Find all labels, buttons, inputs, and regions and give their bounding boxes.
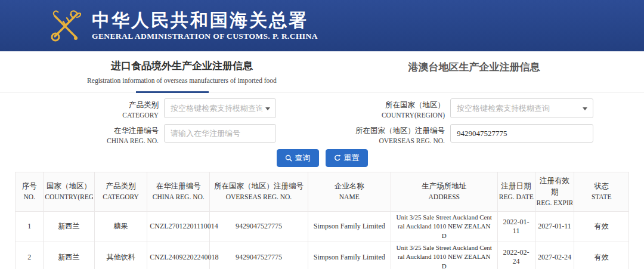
china-reg-no-label: 在华注册编号 CHINA REG. NO. (89, 124, 164, 146)
country-select[interactable]: 按空格键检索支持模糊查询 (450, 98, 593, 118)
site-title: 中华人民共和国海关总署 (92, 10, 318, 31)
site-subtitle: GENERAL ADMINISTRATION OF CUSTOMS. P. R.… (92, 32, 318, 41)
reset-button-label: 重置 (344, 153, 360, 163)
table-header-row: 序号NO. 国家（地区）COUNTRY(REGI… 产品类别CATEGORY 在… (16, 172, 629, 212)
chevron-down-icon (265, 107, 270, 110)
tab-overseas-title: 进口食品境外生产企业注册信息 (83, 59, 280, 73)
tab-hk-macao-taiwan[interactable]: 港澳台地区生产企业注册信息 (382, 60, 566, 74)
col-no: 序号NO. (16, 172, 44, 212)
col-reg-date: 注册日期REG. DATE (497, 172, 535, 212)
country-label: 所在国家（地区） COUNTRY(REGION) (367, 98, 450, 120)
col-china-reg-no: 在华注册编号CHINA REG. NO. (147, 172, 210, 212)
overseas-reg-no-field: 所在国家（地区）注册编号 OVERSEAS REG. NO. (352, 124, 593, 146)
cell-reg-expire: 2027-02-24 (535, 242, 574, 269)
col-reg-expire: 注册有效期REG. EXPIRE… (535, 172, 574, 212)
cell-reg-date: 2022-01-11 (497, 211, 535, 242)
cell-china-reg-no: CNZL24092202240018 (147, 242, 210, 269)
cell-name: Simpson Family Limited (308, 211, 391, 242)
cell-name: Simpson Family Limited (308, 242, 391, 269)
col-state: 状态STATE (574, 172, 629, 212)
cell-state: 有效 (574, 211, 629, 242)
tab-hk-macao-taiwan-title: 港澳台地区生产企业注册信息 (382, 60, 566, 74)
china-reg-no-label-zh: 在华注册编号 (89, 125, 159, 136)
category-label: 产品类别 CATEGORY (89, 98, 164, 120)
china-reg-no-input[interactable] (164, 124, 276, 143)
tab-overseas-subtitle: Registration information of overseas man… (83, 77, 280, 84)
refresh-icon (334, 154, 341, 162)
overseas-reg-no-label-en: OVERSEAS REG. NO. (352, 136, 445, 146)
col-country: 国家（地区）COUNTRY(REGI… (44, 172, 94, 212)
cell-country: 新西兰 (44, 211, 94, 242)
table-row: 1 新西兰 糖果 CNZL27012201110014 942904752777… (16, 211, 629, 242)
tab-bar: 进口食品境外生产企业注册信息 Registration information … (0, 51, 644, 92)
cell-state: 有效 (574, 242, 629, 269)
cell-country: 新西兰 (44, 242, 94, 269)
chevron-down-icon (583, 107, 587, 110)
cell-address: Unit 3/25 Sale Street Auckland Central A… (391, 242, 497, 269)
cell-category: 其他饮料 (94, 242, 147, 269)
cell-overseas-reg-no: 9429047527775 (210, 211, 308, 242)
china-reg-no-label-en: CHINA REG. NO. (89, 136, 159, 146)
category-select-placeholder: 按空格键检索支持模糊查询 (171, 103, 262, 114)
country-select-placeholder: 按空格键检索支持模糊查询 (457, 103, 550, 114)
search-icon (285, 154, 292, 162)
query-button-label: 查询 (295, 153, 311, 163)
country-label-en: COUNTRY(REGION) (367, 110, 445, 120)
category-label-en: CATEGORY (89, 110, 159, 120)
table-row: 2 新西兰 其他饮料 CNZL24092202240018 9429047527… (16, 242, 629, 269)
cell-reg-expire: 2027-01-11 (535, 211, 574, 242)
overseas-reg-no-label-zh: 所在国家（地区）注册编号 (352, 125, 445, 136)
query-button[interactable]: 查询 (277, 149, 319, 167)
col-category: 产品类别CATEGORY (94, 172, 147, 212)
category-field: 产品类别 CATEGORY 按空格键检索支持模糊查询 (89, 98, 276, 120)
country-label-zh: 所在国家（地区） (367, 100, 445, 110)
search-form: 产品类别 CATEGORY 按空格键检索支持模糊查询 在华注册编号 CHINA … (0, 92, 644, 147)
cell-no: 1 (16, 211, 44, 242)
category-label-zh: 产品类别 (89, 100, 159, 110)
cell-china-reg-no: CNZL27012201110014 (147, 211, 210, 242)
col-name: 企业名称NAME (308, 172, 391, 212)
action-button-bar: 查询 重置 (0, 149, 644, 167)
cell-reg-date: 2022-02-24 (497, 242, 535, 269)
results-table: 序号NO. 国家（地区）COUNTRY(REGI… 产品类别CATEGORY 在… (15, 172, 629, 269)
tab-overseas-manufacturers[interactable]: 进口食品境外生产企业注册信息 Registration information … (83, 59, 280, 84)
china-reg-no-field: 在华注册编号 CHINA REG. NO. (89, 124, 276, 146)
site-header: 中华人民共和国海关总署 GENERAL ADMINISTRATION OF CU… (0, 0, 644, 51)
overseas-reg-no-input[interactable] (450, 124, 593, 143)
results-table-wrap: 序号NO. 国家（地区）COUNTRY(REGI… 产品类别CATEGORY 在… (15, 172, 629, 269)
cell-address: Unit 3/25 Sale Street Auckland Central A… (391, 211, 497, 242)
customs-emblem-logo (48, 8, 82, 44)
category-select[interactable]: 按空格键检索支持模糊查询 (164, 98, 276, 118)
col-address: 生产场所地址ADDRESS (391, 172, 497, 212)
header-text: 中华人民共和国海关总署 GENERAL ADMINISTRATION OF CU… (92, 10, 318, 42)
cell-overseas-reg-no: 9429047527775 (210, 242, 308, 269)
country-field: 所在国家（地区） COUNTRY(REGION) 按空格键检索支持模糊查询 (367, 98, 593, 120)
cell-category: 糖果 (94, 211, 147, 242)
col-overseas-reg-no: 所在国家（地区）注册编号OVERSEAS REG. NO. (210, 172, 308, 212)
reset-button[interactable]: 重置 (326, 149, 368, 167)
cell-no: 2 (16, 242, 44, 269)
overseas-reg-no-label: 所在国家（地区）注册编号 OVERSEAS REG. NO. (352, 124, 450, 146)
